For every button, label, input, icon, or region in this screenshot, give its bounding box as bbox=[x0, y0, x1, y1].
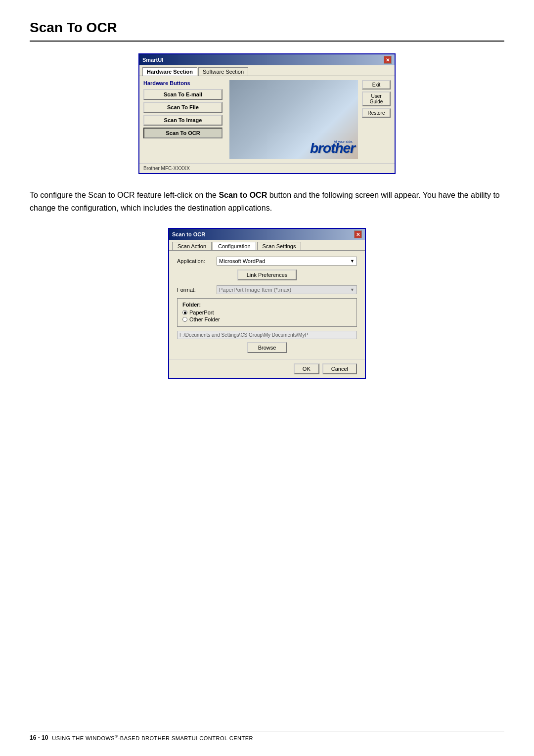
at-your-side-text: At your side. bbox=[334, 140, 353, 143]
ocr-dialog-title: Scan to OCR bbox=[172, 231, 205, 237]
scan-to-email-button[interactable]: Scan To E-mail bbox=[143, 89, 222, 100]
footer-page-number: 16 - 10 bbox=[30, 734, 48, 741]
radio-paperport-row: PaperPort bbox=[182, 310, 352, 315]
format-label: Format: bbox=[177, 287, 217, 293]
browse-button[interactable]: Browse bbox=[247, 342, 287, 353]
dropdown-arrow-icon: ▼ bbox=[350, 259, 355, 264]
scan-to-ocr-button[interactable]: Scan To OCR bbox=[143, 128, 222, 138]
ocr-dialog-titlebar: Scan to OCR ✕ bbox=[169, 229, 365, 240]
radio-other-folder[interactable] bbox=[182, 317, 187, 322]
folder-group: Folder: PaperPort Other Folder bbox=[177, 298, 357, 327]
radio-other-folder-row: Other Folder bbox=[182, 316, 352, 322]
ocr-dialog-close-button[interactable]: ✕ bbox=[354, 230, 362, 238]
footer-text-part2: -BASED BROTHER SMARTUI CONTROL CENTER bbox=[118, 735, 253, 741]
link-preferences-button[interactable]: Link Preferences bbox=[237, 269, 297, 280]
user-guide-button[interactable]: User Guide bbox=[362, 91, 391, 106]
page-title: Scan To OCR bbox=[30, 20, 504, 36]
application-value: Microsoft WordPad bbox=[219, 258, 265, 264]
format-dropdown-arrow-icon: ▼ bbox=[350, 287, 355, 292]
scan-to-ocr-dialog: Scan to OCR ✕ Scan Action Configuration … bbox=[168, 228, 366, 379]
radio-paperport[interactable] bbox=[182, 310, 187, 315]
footer-text-part1: USING THE WINDOWS bbox=[52, 735, 115, 741]
footer-text: USING THE WINDOWS®-BASED BROTHER SMARTUI… bbox=[52, 734, 253, 741]
description-bold: Scan to OCR bbox=[219, 191, 267, 199]
format-row: Format: PaperPort Image Item (*.max) ▼ bbox=[177, 285, 357, 294]
radio-other-folder-label: Other Folder bbox=[189, 316, 220, 322]
application-label: Application: bbox=[177, 258, 217, 264]
cancel-button[interactable]: Cancel bbox=[322, 363, 357, 374]
smartui-main-panel: Hardware Buttons Scan To E-mail Scan To … bbox=[143, 80, 225, 159]
application-dropdown[interactable]: Microsoft WordPad ▼ bbox=[217, 257, 357, 266]
folder-path-field: F:\Documents and Settings\CS Group\My Do… bbox=[177, 331, 357, 339]
title-divider bbox=[30, 41, 504, 42]
description-part1: To configure the Scan to OCR feature lef… bbox=[30, 191, 219, 199]
format-dropdown: PaperPort Image Item (*.max) ▼ bbox=[217, 285, 357, 294]
radio-paperport-label: PaperPort bbox=[189, 310, 214, 315]
restore-button[interactable]: Restore bbox=[362, 108, 391, 118]
ok-button[interactable]: OK bbox=[294, 363, 319, 374]
smartui-window: SmartUI ✕ Hardware Section Software Sect… bbox=[138, 53, 396, 174]
smartui-right-buttons: Exit User Guide Restore bbox=[362, 80, 391, 159]
smartui-title: SmartUI bbox=[142, 57, 163, 63]
tab-scan-action[interactable]: Scan Action bbox=[172, 242, 212, 250]
scan-to-file-button[interactable]: Scan To File bbox=[143, 102, 222, 113]
smartui-close-button[interactable]: ✕ bbox=[384, 56, 392, 64]
tab-configuration[interactable]: Configuration bbox=[213, 242, 256, 250]
exit-button[interactable]: Exit bbox=[362, 80, 391, 89]
ocr-dialog-footer: OK Cancel bbox=[169, 359, 365, 378]
ocr-dialog-tab-bar: Scan Action Configuration Scan Settings bbox=[169, 240, 365, 251]
description-text: To configure the Scan to OCR feature lef… bbox=[30, 189, 504, 214]
smartui-footer: Brother MFC-XXXXX bbox=[139, 163, 395, 173]
page-footer: 16 - 10 USING THE WINDOWS®-BASED BROTHER… bbox=[30, 731, 504, 741]
scan-to-image-button[interactable]: Scan To Image bbox=[143, 115, 222, 126]
application-row: Application: Microsoft WordPad ▼ bbox=[177, 257, 357, 266]
tab-software-section[interactable]: Software Section bbox=[198, 67, 248, 76]
ocr-dialog-body: Application: Microsoft WordPad ▼ Link Pr… bbox=[169, 251, 365, 359]
smartui-tab-bar: Hardware Section Software Section bbox=[139, 65, 395, 76]
format-value: PaperPort Image Item (*.max) bbox=[219, 287, 291, 293]
footer-inner: 16 - 10 USING THE WINDOWS®-BASED BROTHER… bbox=[30, 731, 504, 741]
smartui-titlebar: SmartUI ✕ bbox=[139, 54, 395, 65]
smartui-preview-image: At your side. brother bbox=[229, 80, 358, 159]
tab-scan-settings[interactable]: Scan Settings bbox=[257, 242, 302, 250]
smartui-body: Hardware Buttons Scan To E-mail Scan To … bbox=[139, 76, 395, 163]
folder-group-label: Folder: bbox=[182, 302, 352, 308]
hardware-buttons-label: Hardware Buttons bbox=[143, 80, 225, 86]
tab-hardware-section[interactable]: Hardware Section bbox=[142, 67, 197, 76]
